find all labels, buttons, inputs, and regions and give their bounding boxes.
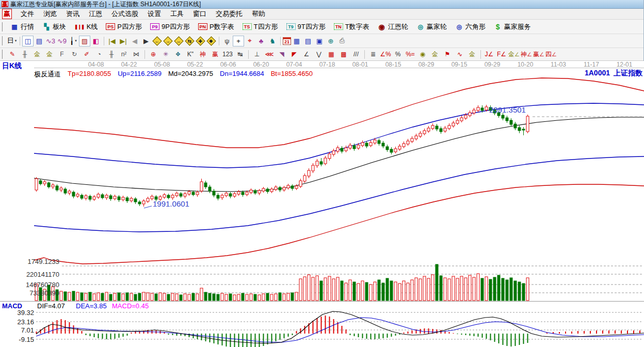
hexagon-button[interactable]: ◎六角形 (451, 21, 490, 33)
menu-items: 文件浏览资讯江恩公式选股设置工具窗口交易委托帮助 (16, 9, 270, 19)
t-square-button[interactable]: TST四方形 (238, 21, 282, 33)
time-circle-icon[interactable]: ◔ (93, 50, 105, 59)
period-day-dropdown[interactable]: 日▾ (6, 36, 18, 46)
menu-item-工具[interactable]: 工具 (166, 10, 188, 18)
red-grid2-icon[interactable]: ▩ (337, 50, 350, 59)
p-square-button[interactable]: PSP四方形 (102, 21, 146, 33)
wave-9-icon[interactable]: ∿9 (56, 36, 68, 46)
diamond-right-button[interactable]: → (163, 36, 172, 45)
zoom-pin-tool[interactable]: ⌖ (244, 36, 255, 46)
crosshair-tool[interactable]: + (233, 36, 244, 46)
k-quote-icon[interactable]: K" (184, 50, 197, 59)
diamond-compress-button[interactable]: ⇆ (185, 36, 194, 45)
p9-square-button[interactable]: P99P四方形 (146, 21, 194, 33)
p-number-table-button[interactable]: PNP数字表 (194, 21, 238, 33)
menu-item-浏览[interactable]: 浏览 (39, 10, 61, 18)
menu-item-窗口[interactable]: 窗口 (188, 10, 211, 18)
menu-item-帮助[interactable]: 帮助 (247, 10, 270, 18)
diamond-cross-button[interactable]: ✚ (196, 36, 205, 45)
ying-grid-icon[interactable]: 赢 (209, 50, 221, 59)
v-wave-icon[interactable]: ⋁ (313, 50, 325, 59)
chart-switch-icon[interactable]: ◫ (22, 36, 34, 46)
menu-item-设置[interactable]: 设置 (143, 10, 166, 18)
sectors-button[interactable]: ▚板块 (38, 21, 70, 33)
toolbar-gripper[interactable] (2, 50, 4, 59)
prev-bar-button[interactable]: ◀ (129, 36, 140, 46)
tsquare-icon[interactable]: ⊥ (251, 50, 263, 59)
winner-wheel-button[interactable]: ◎赢家轮 (412, 21, 451, 33)
print-button[interactable]: ⎙ (336, 36, 348, 46)
si-angle-icon[interactable]: 四∠ (545, 50, 557, 59)
comb-grid-icon[interactable]: ╫ (105, 50, 118, 59)
fan-square-icon[interactable]: ◤ (288, 50, 300, 59)
web-grid-icon[interactable]: ❖ (172, 50, 184, 59)
gann-flower-tool[interactable]: ♣ (255, 36, 267, 46)
num-grid-icon[interactable]: 123 (221, 50, 234, 59)
fan-box-icon[interactable]: ◥ (276, 50, 288, 59)
f-grid-icon[interactable]: F (56, 50, 68, 59)
grid-scale-icon[interactable]: ╫ (19, 50, 31, 59)
toolbar-gripper[interactable] (2, 36, 4, 45)
n2-icon[interactable]: n² (118, 50, 130, 59)
fan-lines-icon[interactable]: ⋘ (263, 50, 276, 59)
menu-item-文件[interactable]: 文件 (16, 10, 39, 18)
winner-service-button[interactable]: $赢家服务 (490, 21, 535, 33)
diamond-left-button[interactable]: ← (152, 36, 162, 45)
world-time-button[interactable]: ⊕ (325, 36, 336, 46)
ying-angle-icon[interactable]: 赢∠ (533, 50, 545, 59)
main-kline-chart[interactable] (0, 68, 644, 301)
gann-wheel-button[interactable]: ◉江恩轮 (374, 21, 412, 33)
t9-square-button[interactable]: T99T四方形 (282, 21, 330, 33)
volume-profile-icon[interactable]: ◧ (90, 36, 102, 46)
last-bar-button[interactable]: ▶| (118, 36, 129, 46)
menu-item-江恩[interactable]: 江恩 (84, 10, 107, 18)
info-doc-icon[interactable]: ▤ (34, 36, 45, 46)
menu-item-资讯[interactable]: 资讯 (61, 10, 84, 18)
gold-level-icon[interactable]: 金 (429, 50, 441, 59)
gold-grid-icon[interactable]: 金 (31, 50, 43, 59)
gann-net-tool[interactable]: ♞ (267, 36, 278, 46)
spiral-icon[interactable]: ↻ (68, 50, 81, 59)
span-arrows-icon[interactable]: ↹ (234, 50, 246, 59)
notes-button[interactable]: ▤ (302, 36, 314, 46)
quotes-button[interactable]: ▦行情 (6, 21, 38, 33)
calculator-button[interactable]: ▦ (291, 36, 302, 46)
candle-mark-dropdown[interactable]: ╽▾ (68, 36, 79, 46)
angle-lines-icon[interactable]: ∠ (300, 50, 313, 59)
shen-grid-icon[interactable]: 神 (197, 50, 209, 59)
slash-lines-icon[interactable]: /// (350, 50, 362, 59)
angle-flag-icon[interactable]: ⋈ (130, 50, 142, 59)
pen-flag-icon[interactable]: ⚑ (441, 50, 454, 59)
toolbar-gripper[interactable] (2, 22, 4, 31)
menu-item-交易委托[interactable]: 交易委托 (211, 10, 247, 18)
measure-pen-icon[interactable]: ✐ (81, 50, 93, 59)
save-button[interactable]: ▣ (314, 36, 325, 46)
hand-tool[interactable]: ψ (221, 36, 233, 46)
percent-icon[interactable]: % (392, 50, 404, 59)
price-scale-icon[interactable]: ≣ (367, 50, 379, 59)
gold-band-icon[interactable]: 金 (466, 50, 478, 59)
kline-button[interactable]: ❚❙❚K线 (70, 21, 102, 33)
t-number-table-button[interactable]: TNT数字表 (330, 21, 374, 33)
brush-tool[interactable]: ✎ (6, 50, 19, 59)
star-wheel-icon[interactable]: ✳ (159, 50, 172, 59)
first-bar-button[interactable]: |◀ (106, 36, 118, 46)
menu-item-公式选股[interactable]: 公式选股 (107, 10, 143, 18)
percent-line-icon[interactable]: ∠% (379, 50, 392, 59)
red-grid-icon[interactable]: ▦ (325, 50, 337, 59)
next-bar-button[interactable]: ▶ (140, 36, 152, 46)
diamond-cross-outline-button[interactable]: ❖ (206, 36, 216, 45)
wave-3-icon[interactable]: ∿3 (45, 36, 56, 46)
shen-angle-icon[interactable]: 神∠ (520, 50, 533, 59)
diamond-expand-button[interactable]: ↔ (174, 36, 183, 45)
gold-grid2-icon[interactable]: 金 (43, 50, 56, 59)
calendar-button[interactable]: 21 (283, 37, 291, 45)
target-cross-icon[interactable]: ⊕ (147, 50, 159, 59)
j-angle-icon[interactable]: J∠ (483, 50, 495, 59)
wave-band-icon[interactable]: ∿ (454, 50, 466, 59)
percent-level-icon[interactable]: %= (404, 50, 416, 59)
gold-circle-icon[interactable]: ◉ (416, 50, 429, 59)
pattern-tool-icon[interactable]: ▨ (79, 36, 90, 46)
f-angle-icon[interactable]: F∠ (495, 50, 508, 59)
gold-angle-icon[interactable]: 金∠ (508, 50, 520, 59)
